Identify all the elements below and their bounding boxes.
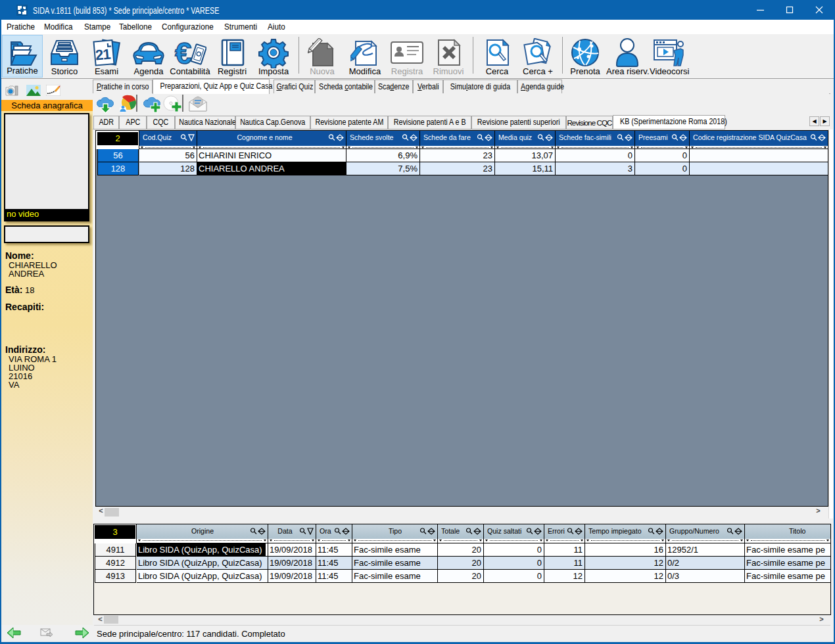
svg-text:21: 21 — [95, 46, 111, 64]
svg-text:€: € — [175, 37, 192, 68]
